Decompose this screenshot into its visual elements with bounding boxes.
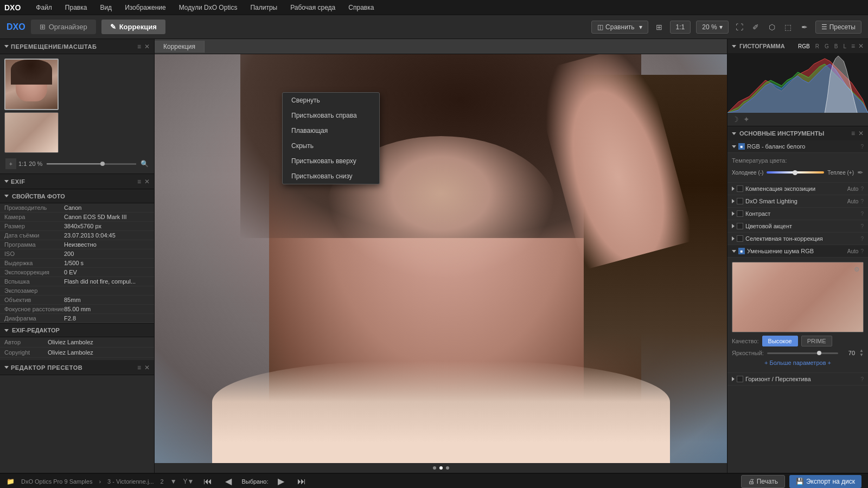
zoom-slider[interactable] — [47, 163, 136, 165]
correction-tab[interactable]: ✎ Коррекция — [101, 20, 165, 34]
exif-row: Объектив 85mm — [0, 296, 154, 305]
luminance-slider[interactable] — [767, 352, 838, 354]
presets-button[interactable]: ☰ Пресеты — [815, 21, 861, 34]
more-params-link[interactable]: + Больше параметров + — [732, 357, 864, 368]
histogram-tabs: RGB R G B L — [796, 43, 848, 50]
noise-tool-row[interactable]: ■ Уменьшение шума RGB Auto ? — [727, 245, 868, 258]
exif-author-value[interactable]: Oliviez Lambolez — [48, 339, 150, 345]
noise-checkbox[interactable]: ■ — [738, 248, 745, 254]
menu-help[interactable]: Справка — [346, 3, 376, 12]
ctx-dock-bottom[interactable]: Пристыковать снизу — [283, 169, 379, 184]
hist-tab-rgb[interactable]: RGB — [796, 43, 812, 50]
ctx-collapse[interactable]: Свернуть — [283, 93, 379, 108]
organizer-tab[interactable]: ⊞ Органайзер — [31, 20, 96, 34]
exposure-help[interactable]: ? — [860, 186, 864, 192]
search-icon[interactable]: 🔍 — [141, 160, 149, 168]
panel-menu-icon[interactable]: ≡ — [137, 43, 141, 50]
menu-workspace[interactable]: Рабочая среда — [288, 3, 337, 12]
add-point-icon[interactable]: + — [5, 158, 16, 169]
photo-props-header[interactable]: Свойства фото — [0, 189, 154, 203]
hist-tab-l[interactable]: L — [841, 43, 848, 50]
ctx-floating[interactable]: Плавающая — [283, 123, 379, 138]
grid-view-icon[interactable]: ⊞ — [654, 22, 665, 33]
selective-tone-checkbox[interactable] — [737, 235, 743, 242]
filter-icon[interactable]: ⬡ — [767, 22, 777, 33]
tool-selective-tone[interactable]: Селективная тон-коррекция ? — [727, 233, 868, 245]
nav-first-button[interactable]: ⏮ — [200, 476, 215, 487]
menu-modules[interactable]: Модули DxO Optics — [177, 3, 240, 12]
smart-lighting-checkbox[interactable] — [737, 198, 743, 204]
image-area[interactable]: Свернуть Пристыковать справа Плавающая С… — [155, 54, 727, 463]
presets-editor-title: РЕДАКТОР ПРЕСЕТОВ — [11, 364, 137, 371]
quality-prime-button[interactable]: PRIME — [801, 336, 832, 346]
menu-file[interactable]: Файл — [34, 3, 54, 12]
export-button[interactable]: 💾 Экспорт на диск — [789, 475, 861, 488]
hist-tab-b[interactable]: B — [833, 43, 840, 50]
print-button[interactable]: 🖨 Печать — [741, 475, 785, 488]
presets-editor-menu-icon[interactable]: ≡ — [137, 364, 141, 371]
quality-high-button[interactable]: Высокое — [762, 336, 798, 346]
temperature-thumb[interactable] — [793, 170, 797, 175]
hist-tab-r[interactable]: R — [814, 43, 821, 50]
luminance-down-arrow[interactable]: ▼ — [859, 353, 864, 357]
nav-last-button[interactable]: ⏭ — [294, 476, 309, 487]
selective-tone-help[interactable]: ? — [860, 236, 864, 242]
tools-close-icon[interactable]: ✕ — [858, 130, 864, 137]
crop-icon[interactable]: ⛶ — [734, 22, 745, 33]
color-accent-help[interactable]: ? — [860, 223, 864, 229]
print-icon: 🖨 — [748, 478, 755, 485]
center-correction-tab[interactable]: Коррекция — [155, 41, 205, 53]
tool-exposure[interactable]: Компенсация экспозиции Auto ? — [727, 183, 868, 195]
contrast-checkbox[interactable] — [737, 210, 743, 217]
compare-button[interactable]: ◫ Сравнить ▾ — [591, 21, 648, 34]
tool-smart-lighting[interactable]: DxO Smart Lighting Auto ? — [727, 195, 868, 208]
noise-help[interactable]: ? — [860, 248, 864, 254]
sort-icon[interactable]: ▼ — [170, 478, 177, 485]
exif-editor-header[interactable]: EXIF-редактор — [0, 323, 154, 337]
ctx-dock-top[interactable]: Пристыковать вверху — [283, 153, 379, 169]
zoom-ratio[interactable]: 1:1 — [670, 21, 691, 34]
exif-value-size: 3840x5760 px — [64, 223, 150, 229]
temperature-slider[interactable] — [767, 171, 824, 174]
noise-settings-icon[interactable]: ⚙ — [854, 266, 860, 273]
histogram-menu-icon[interactable]: ≡ — [851, 42, 855, 50]
exposure-checkbox[interactable] — [737, 185, 743, 192]
exif-copyright-value[interactable]: Oliviez Lambolez — [48, 349, 150, 356]
tool-color-accent[interactable]: Цветовой акцент ? — [727, 220, 868, 233]
contrast-help[interactable]: ? — [860, 211, 864, 217]
filter-icon[interactable]: Y▼ — [183, 478, 194, 485]
menu-palettes[interactable]: Палитры — [248, 3, 279, 12]
wb-checkbox[interactable]: ■ — [738, 143, 745, 150]
zoom-percent[interactable]: 20 % ▾ — [696, 21, 728, 34]
exposure-name: Компенсация экспозиции — [745, 185, 847, 192]
tool-contrast[interactable]: Контраст ? — [727, 208, 868, 220]
horizon-checkbox[interactable] — [737, 376, 743, 382]
pen-icon[interactable]: ✒ — [799, 22, 810, 33]
hist-tab-g[interactable]: G — [823, 43, 831, 50]
nav-prev-button[interactable]: ◀ — [222, 475, 235, 487]
sun-icon[interactable]: ✦ — [743, 115, 750, 124]
horizon-help[interactable]: ? — [860, 376, 864, 382]
tool-horizon[interactable]: Горизонт / Перспектива ? — [727, 373, 868, 386]
nav-play-button[interactable]: ▶ — [275, 475, 288, 487]
menu-image[interactable]: Изображение — [123, 3, 168, 12]
eyedropper-icon[interactable]: ✒ — [857, 168, 864, 177]
moon-icon[interactable]: ☽ — [732, 115, 739, 124]
smart-lighting-help[interactable]: ? — [860, 198, 864, 204]
ctx-dock-right[interactable]: Пристыковать справа — [283, 108, 379, 123]
wb-help[interactable]: ? — [860, 144, 864, 150]
exif-close-icon[interactable]: ✕ — [144, 178, 150, 185]
histogram-close-icon[interactable]: ✕ — [858, 42, 864, 50]
presets-editor-close-icon[interactable]: ✕ — [144, 364, 150, 371]
tools-menu-icon[interactable]: ≡ — [851, 130, 855, 137]
ctx-hide[interactable]: Скрыть — [283, 138, 379, 153]
wb-tool-row[interactable]: ■ RGB - баланс белого ? — [727, 140, 868, 153]
exif-menu-icon[interactable]: ≡ — [137, 178, 141, 185]
retouch-icon[interactable]: ✐ — [750, 22, 761, 33]
menu-view[interactable]: Вид — [98, 3, 114, 12]
select-icon[interactable]: ⬚ — [783, 22, 794, 33]
filmstrip-area: 📁 DxO Optics Pro 9 Samples › 3 - Victori… — [0, 473, 868, 488]
color-accent-checkbox[interactable] — [737, 223, 743, 229]
panel-close-icon[interactable]: ✕ — [144, 43, 150, 50]
menu-edit[interactable]: Правка — [63, 3, 90, 12]
